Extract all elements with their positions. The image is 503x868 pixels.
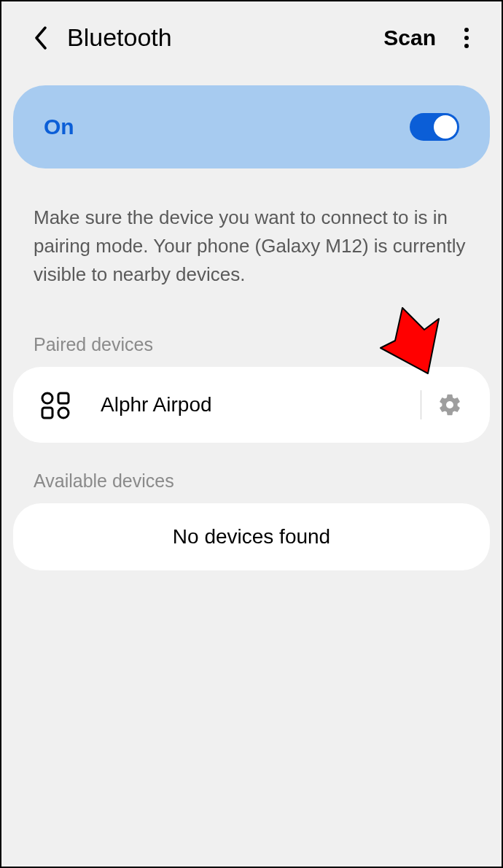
device-name-label: Alphr Airpod [101,393,421,416]
svg-point-1 [464,36,469,40]
earbuds-icon [39,389,71,421]
bluetooth-toggle-card[interactable]: On [13,85,490,168]
page-title: Bluetooth [67,23,383,52]
svg-point-0 [464,28,469,32]
pairing-info-text: Make sure the device you want to connect… [1,168,502,289]
svg-rect-4 [58,393,69,403]
gear-icon [437,392,462,417]
toggle-knob [434,115,457,139]
header-bar: Bluetooth Scan [1,1,502,72]
svg-rect-5 [42,408,52,418]
svg-rect-3 [42,393,52,403]
more-vertical-icon [464,27,469,49]
toggle-label: On [44,115,74,139]
empty-state-label: No devices found [39,525,464,549]
scan-button[interactable]: Scan [383,26,436,50]
toggle-switch[interactable] [410,113,459,141]
chevron-left-icon [34,26,48,50]
svg-rect-6 [58,408,69,418]
back-button[interactable] [28,25,54,51]
device-settings-button[interactable] [436,391,464,419]
paired-devices-header: Paired devices [1,289,502,367]
divider [421,390,421,419]
available-devices-header: Available devices [1,443,502,503]
svg-point-2 [464,44,469,48]
more-menu-button[interactable] [458,25,475,51]
paired-device-row[interactable]: Alphr Airpod [13,367,490,443]
available-devices-empty: No devices found [13,503,490,570]
